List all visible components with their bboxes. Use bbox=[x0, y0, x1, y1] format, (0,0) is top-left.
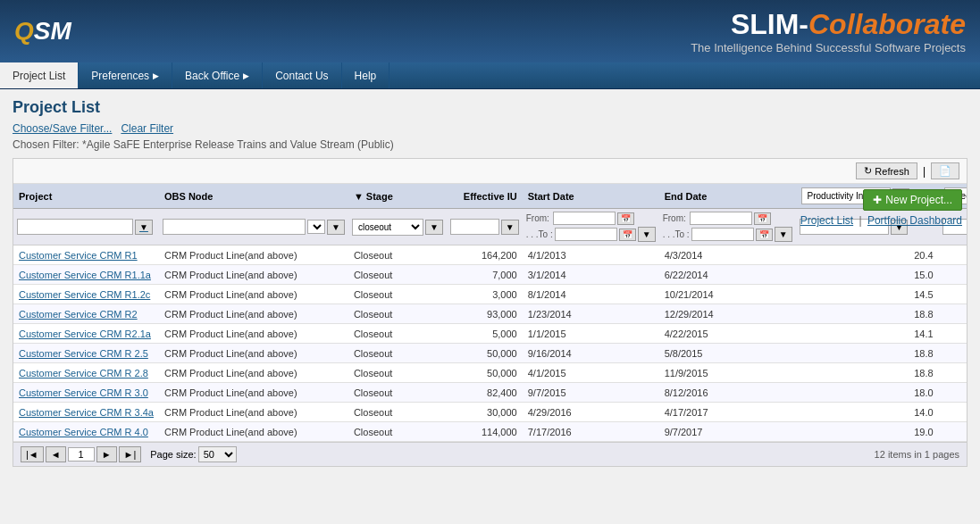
stage-filter-select[interactable]: closeout active planning completed bbox=[352, 219, 423, 236]
table-cell: 4/22/2015 bbox=[659, 324, 796, 344]
table-cell: 570 StPts bbox=[939, 422, 967, 442]
table-cell: 20.4 bbox=[796, 245, 939, 265]
table-cell: 5,000 bbox=[447, 324, 523, 344]
end-from-input[interactable] bbox=[690, 212, 752, 225]
nav-project-list[interactable]: Project List bbox=[0, 62, 79, 88]
table-cell: Closeout bbox=[348, 383, 447, 403]
table-cell: 35 StPts bbox=[939, 265, 967, 285]
table-cell: CRM Product Line(and above) bbox=[159, 422, 348, 442]
table-cell: 7/17/2016 bbox=[523, 422, 659, 442]
table-cell: 5/8/2015 bbox=[659, 344, 796, 363]
nav-preferences[interactable]: Preferences ▶ bbox=[79, 62, 172, 88]
app-header: QSM SLIM-Collaborate The Intelligence Be… bbox=[0, 0, 980, 62]
table-cell: 18.8 bbox=[796, 363, 939, 383]
new-project-label: New Project... bbox=[885, 194, 952, 206]
next-page-btn[interactable]: ► bbox=[96, 446, 117, 462]
table-cell: 7,000 bbox=[447, 265, 523, 285]
project-link[interactable]: Customer Service CRM R1.2c bbox=[13, 285, 159, 304]
nav-contact-us[interactable]: Contact Us bbox=[263, 62, 341, 88]
choose-filter-link[interactable]: Choose/Save Filter... bbox=[13, 122, 112, 135]
table-row: Customer Service CRM R1CRM Product Line(… bbox=[13, 245, 967, 265]
table-row: Customer Service CRM R 4.0CRM Product Li… bbox=[13, 422, 967, 442]
refresh-button[interactable]: ↻ Refresh bbox=[856, 162, 917, 179]
page-size-select[interactable]: 10 25 50 100 bbox=[198, 446, 237, 462]
start-from-input[interactable] bbox=[553, 212, 616, 225]
effiu-filter-btn[interactable]: ▼ bbox=[501, 220, 519, 235]
project-filter-btn[interactable]: ▼ bbox=[135, 220, 153, 235]
table-cell: 15.0 bbox=[796, 265, 939, 285]
page-title: Project List bbox=[13, 98, 967, 117]
col-header-end: End Date bbox=[659, 184, 796, 209]
effiu-filter-input[interactable] bbox=[450, 219, 499, 235]
table-cell: 250 StPts bbox=[939, 344, 967, 363]
new-project-button[interactable]: ✚ New Project... bbox=[863, 189, 962, 211]
table-row: Customer Service CRM R1.2cCRM Product Li… bbox=[13, 285, 967, 304]
project-list-link[interactable]: Project List bbox=[800, 214, 853, 227]
table-row: Customer Service CRM R1.1aCRM Product Li… bbox=[13, 265, 967, 285]
table-row: Customer Service CRM R 3.4aCRM Product L… bbox=[13, 403, 967, 422]
project-link[interactable]: Customer Service CRM R 4.0 bbox=[13, 422, 159, 442]
table-cell: 9/7/2017 bbox=[659, 422, 796, 442]
col-header-start: Start Date bbox=[523, 184, 659, 209]
top-right-controls: ✚ New Project... Project List | Portfoli… bbox=[800, 189, 962, 227]
table-toolbar: ↻ Refresh | 📄 bbox=[13, 159, 967, 184]
project-link[interactable]: Customer Service CRM R2.1a bbox=[13, 324, 159, 344]
table-row: Customer Service CRM R2.1aCRM Product Li… bbox=[13, 324, 967, 344]
table-cell: CRM Product Line(and above) bbox=[159, 285, 348, 304]
stage-filter-btn[interactable]: ▼ bbox=[425, 220, 443, 235]
project-link[interactable]: Customer Service CRM R 2.5 bbox=[13, 344, 159, 363]
refresh-icon: ↻ bbox=[864, 165, 872, 177]
start-to-input[interactable] bbox=[555, 228, 617, 241]
project-link[interactable]: Customer Service CRM R 2.8 bbox=[13, 363, 159, 383]
project-link[interactable]: Customer Service CRM R 3.0 bbox=[13, 383, 159, 403]
project-filter-input[interactable] bbox=[17, 219, 133, 235]
table-cell: CRM Product Line(and above) bbox=[159, 403, 348, 422]
filter-effiu-cell: ▼ bbox=[447, 209, 523, 245]
table-cell: 50,000 bbox=[447, 363, 523, 383]
table-cell: 3/1/2014 bbox=[523, 265, 659, 285]
project-link[interactable]: Customer Service CRM R1.1a bbox=[13, 265, 159, 285]
table-cell: Closeout bbox=[348, 324, 447, 344]
chosen-filter-text: Chosen Filter: *Agile SaFE Enterprise Re… bbox=[13, 138, 967, 151]
filter-end-cell: From: 📅 . . .To : 📅 ▼ bbox=[659, 209, 796, 245]
table-cell: 18.0 bbox=[796, 383, 939, 403]
start-from-cal-btn[interactable]: 📅 bbox=[617, 212, 634, 225]
table-cell: Closeout bbox=[348, 304, 447, 324]
logo: QSM bbox=[14, 17, 71, 46]
table-cell: 4/29/2016 bbox=[523, 403, 659, 422]
first-page-btn[interactable]: |◄ bbox=[21, 446, 44, 462]
nav-back-office[interactable]: Back Office ▶ bbox=[172, 62, 263, 88]
page-number-input[interactable] bbox=[68, 447, 95, 462]
end-to-cal-btn[interactable]: 📅 bbox=[756, 229, 773, 241]
proj-links: Project List | Portfolio Dashboard bbox=[800, 214, 962, 227]
obs-filter-select[interactable] bbox=[307, 220, 325, 234]
start-filter-btn[interactable]: ▼ bbox=[638, 227, 656, 242]
clear-filter-link[interactable]: Clear Filter bbox=[121, 122, 173, 135]
pagination-bar: |◄ ◄ ► ►| Page size: 10 25 50 100 12 ite… bbox=[13, 442, 967, 466]
table-cell: Closeout bbox=[348, 245, 447, 265]
obs-filter-input[interactable] bbox=[163, 219, 306, 235]
project-link[interactable]: Customer Service CRM R 3.4a bbox=[13, 403, 159, 422]
filter-stage-cell: closeout active planning completed ▼ bbox=[348, 209, 447, 245]
filter-links: Choose/Save Filter... Clear Filter bbox=[13, 122, 967, 135]
table-cell: 4/1/2015 bbox=[523, 363, 659, 383]
nav-help[interactable]: Help bbox=[342, 62, 390, 88]
project-link[interactable]: Customer Service CRM R1 bbox=[13, 245, 159, 265]
table-row: Customer Service CRM R 2.8CRM Product Li… bbox=[13, 363, 967, 383]
obs-filter-btn[interactable]: ▼ bbox=[327, 220, 345, 235]
portfolio-dashboard-link[interactable]: Portfolio Dashboard bbox=[867, 214, 962, 227]
project-link[interactable]: Customer Service CRM R2 bbox=[13, 304, 159, 324]
start-to-cal-btn[interactable]: 📅 bbox=[619, 229, 636, 241]
table-cell: 8/12/2016 bbox=[659, 383, 796, 403]
end-filter-btn[interactable]: ▼ bbox=[775, 227, 792, 242]
table-cell: Closeout bbox=[348, 403, 447, 422]
last-page-btn[interactable]: ►| bbox=[119, 446, 142, 462]
table-cell: Closeout bbox=[348, 344, 447, 363]
end-to-input[interactable] bbox=[691, 228, 754, 241]
end-from-cal-btn[interactable]: 📅 bbox=[754, 212, 771, 225]
filter-project-cell: ▼ bbox=[13, 209, 159, 245]
table-cell: 50,000 bbox=[447, 344, 523, 363]
export-button[interactable]: 📄 bbox=[931, 162, 959, 179]
prev-page-btn[interactable]: ◄ bbox=[46, 446, 66, 462]
table-cell: 114,000 bbox=[447, 422, 523, 442]
